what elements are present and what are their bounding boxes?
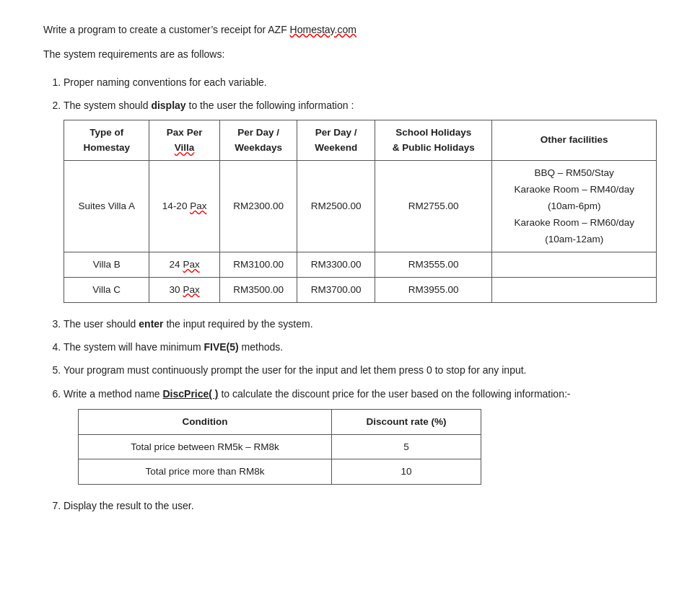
list-item-2-bold: display: [151, 100, 185, 111]
list-item-5-text: Your program must continuously prompt th…: [64, 364, 527, 376]
list-item-6-method: DiscPrice( ): [162, 388, 218, 400]
list-item-6-suffix: to calculate the discount price for the …: [219, 388, 571, 400]
row2-facilities: [492, 252, 657, 278]
col-type: Type ofHomestay: [64, 120, 149, 160]
table-row: Villa B 24 Pax RM3100.00 RM3300.00 RM355…: [64, 252, 657, 278]
discount-row: Total price more than RM8k 10: [79, 459, 481, 485]
list-item-3-bold: enter: [139, 318, 163, 330]
list-item-1-text: Proper naming conventions for each varia…: [64, 76, 267, 88]
list-item-5: Your program must continuously prompt th…: [64, 362, 657, 378]
list-item-4-suffix: methods.: [239, 341, 283, 353]
row3-weekday: RM3500.00: [219, 278, 297, 303]
row1-pax: 14-20 Pax: [149, 160, 219, 252]
list-item-3-prefix: The user should: [64, 318, 139, 330]
list-item-7: Display the result to the user.: [64, 498, 657, 514]
list-item-7-text: Display the result to the user.: [64, 500, 194, 511]
main-table-header-row: Type ofHomestay Pax PerVilla Per Day /We…: [64, 120, 657, 160]
row1-type: Suites Villa A: [64, 160, 149, 252]
system-req-label: The system requirements are as follows:: [43, 46, 657, 62]
table-row: Villa C 30 Pax RM3500.00 RM3700.00 RM395…: [64, 278, 657, 303]
row2-weekday: RM3100.00: [219, 252, 297, 278]
col-weekday: Per Day /Weekdays: [219, 120, 297, 160]
row2-type: Villa B: [64, 252, 149, 278]
row1-holiday: RM2755.00: [375, 160, 491, 252]
list-item-4-bold: FIVE(5): [204, 341, 239, 353]
list-item-4: The system will have minimum FIVE(5) met…: [64, 339, 657, 355]
main-list: Proper naming conventions for each varia…: [43, 74, 657, 514]
list-item-6-prefix: Write a method name: [64, 388, 162, 400]
list-item-2-prefix: The system should: [64, 100, 151, 111]
list-item-2-suffix: to the user the following information :: [186, 100, 354, 111]
discount-col-condition: Condition: [79, 410, 332, 435]
col-holiday: School Holidays& Public Holidays: [375, 120, 491, 160]
row3-holiday: RM3955.00: [375, 278, 491, 303]
intro-prefix: Write a program to create a customer’s r…: [43, 24, 290, 35]
discount-row1-rate: 5: [331, 434, 481, 459]
list-item-6: Write a method name DiscPrice( ) to calc…: [64, 386, 657, 485]
row1-weekend: RM2500.00: [297, 160, 375, 252]
discount-table-header-row: Condition Discount rate (%): [79, 410, 481, 435]
row2-pax: 24 Pax: [149, 252, 219, 278]
list-item-2: The system should display to the user th…: [64, 97, 657, 302]
list-item-4-prefix: The system will have minimum: [64, 341, 204, 353]
discount-table: Condition Discount rate (%) Total price …: [78, 409, 481, 485]
discount-row: Total price between RM5k – RM8k 5: [79, 434, 481, 459]
row1-facilities: BBQ – RM50/Stay Karaoke Room – RM40/day …: [492, 160, 657, 252]
intro-link: Homestay.com: [290, 24, 356, 35]
row3-pax: 30 Pax: [149, 278, 219, 303]
row3-weekend: RM3700.00: [297, 278, 375, 303]
main-table: Type ofHomestay Pax PerVilla Per Day /We…: [64, 120, 657, 303]
row3-facilities: [492, 278, 657, 303]
discount-row1-condition: Total price between RM5k – RM8k: [79, 434, 332, 459]
discount-row2-rate: 10: [331, 459, 481, 485]
table-row: Suites Villa A 14-20 Pax RM2300.00 RM250…: [64, 160, 657, 252]
row1-weekday: RM2300.00: [219, 160, 297, 252]
row2-holiday: RM3555.00: [375, 252, 491, 278]
row2-weekend: RM3300.00: [297, 252, 375, 278]
col-pax: Pax PerVilla: [149, 120, 219, 160]
discount-row2-condition: Total price more than RM8k: [79, 459, 332, 485]
row3-type: Villa C: [64, 278, 149, 303]
col-weekend: Per Day /Weekend: [297, 120, 375, 160]
list-item-3: The user should enter the input required…: [64, 316, 657, 332]
list-item-3-suffix: the input required by the system.: [164, 318, 313, 330]
col-facilities: Other facilities: [492, 120, 657, 160]
intro-line1: Write a program to create a customer’s r…: [43, 22, 657, 38]
list-item-1: Proper naming conventions for each varia…: [64, 74, 657, 90]
discount-col-rate: Discount rate (%): [331, 410, 481, 435]
